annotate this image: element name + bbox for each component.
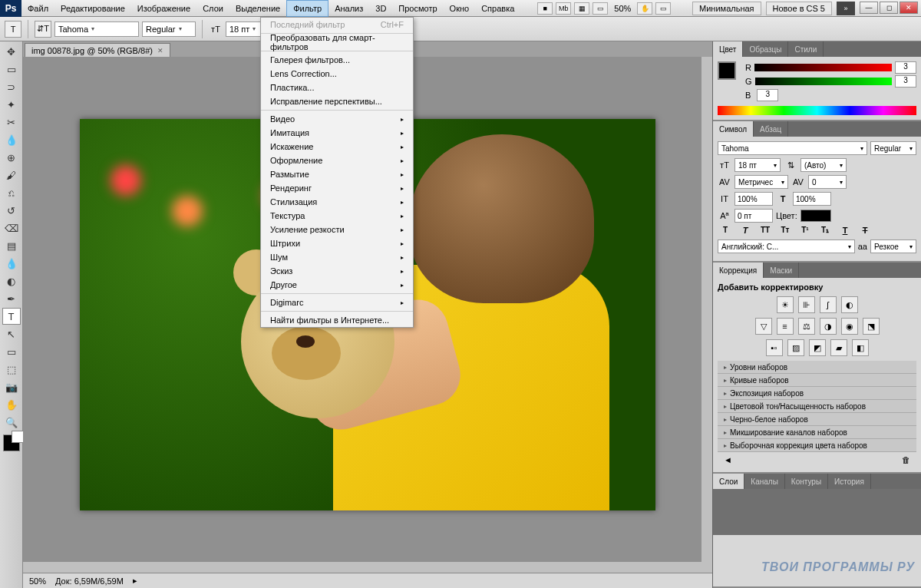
filter-other[interactable]: Другое <box>261 278 413 292</box>
char-vscale[interactable] <box>734 192 773 206</box>
preset-exposure[interactable]: Экспозиция наборов <box>718 387 916 400</box>
window-close[interactable]: ✕ <box>900 2 918 14</box>
char-color[interactable] <box>801 210 831 222</box>
hue-strip[interactable] <box>718 106 916 115</box>
adj-poster-icon[interactable]: ▨ <box>787 339 804 356</box>
tab-character[interactable]: Символ <box>713 121 754 137</box>
preset-levels[interactable]: Уровни наборов <box>718 361 916 374</box>
crop-tool[interactable]: ✂ <box>2 114 21 130</box>
tab-paths[interactable]: Контуры <box>785 474 828 489</box>
doc-tab[interactable]: img 00878.jpg @ 50% (RGB/8#) ✕ <box>25 43 170 57</box>
char-lang[interactable]: Английский: С... <box>718 239 855 253</box>
adj-curves-icon[interactable]: ∫ <box>820 296 837 313</box>
3d-tool[interactable]: ⬚ <box>2 361 21 378</box>
status-arrow-icon[interactable]: ▸ <box>133 576 137 586</box>
pen-tool[interactable]: ✒ <box>2 290 21 307</box>
menu-window[interactable]: Окно <box>444 0 476 17</box>
adj-invert-icon[interactable]: ▪▫ <box>766 339 783 356</box>
g-slider[interactable] <box>755 78 892 85</box>
tab-styles[interactable]: Стили <box>788 41 824 57</box>
filter-sharpen[interactable]: Усиление резкости <box>261 223 413 236</box>
menu-3d[interactable]: 3D <box>369 0 392 17</box>
menu-select[interactable]: Выделение <box>229 0 286 17</box>
eraser-tool[interactable]: ⌫ <box>2 220 21 236</box>
preset-curves[interactable]: Кривые наборов <box>718 374 916 387</box>
mb-mb-icon[interactable]: Mb <box>556 2 571 15</box>
adj-gradmap-icon[interactable]: ▰ <box>830 339 847 356</box>
filter-brush[interactable]: Штрихи <box>261 236 413 250</box>
menu-edit[interactable]: Редактирование <box>54 0 131 17</box>
filter-browse[interactable]: Найти фильтры в Интернете... <box>261 313 413 327</box>
workspace-cs5[interactable]: Новое в CS 5 <box>766 2 832 15</box>
adj-vibrance-icon[interactable]: ▽ <box>755 318 772 335</box>
menu-analysis[interactable]: Анализ <box>328 0 369 17</box>
char-aa[interactable]: Резкое <box>870 239 916 253</box>
filter-stylize[interactable]: Стилизация <box>261 195 413 209</box>
menu-filter[interactable]: Фильтр <box>286 0 328 17</box>
adj-back-icon[interactable]: ◄ <box>724 455 732 464</box>
faux-italic[interactable]: T <box>738 226 753 235</box>
allcaps[interactable]: TT <box>758 226 773 235</box>
menu-layers[interactable]: Слои <box>196 0 229 17</box>
underline[interactable]: T <box>837 226 853 235</box>
filter-lens[interactable]: Lens Correction... <box>261 67 413 81</box>
r-value[interactable]: 3 <box>895 61 916 74</box>
b-value[interactable]: 3 <box>757 89 778 101</box>
superscript[interactable]: T¹ <box>797 226 813 235</box>
stamp-tool[interactable]: ⎌ <box>2 184 21 201</box>
3d-camera-tool[interactable]: 📷 <box>2 378 21 395</box>
tab-swatches[interactable]: Образцы <box>743 41 788 57</box>
lasso-tool[interactable]: ⊃ <box>2 78 21 95</box>
adj-trash-icon[interactable]: 🗑 <box>902 455 910 464</box>
tab-channels[interactable]: Каналы <box>744 474 785 489</box>
workspace-minimal[interactable]: Минимальная <box>692 2 761 15</box>
tab-layers[interactable]: Слои <box>713 474 744 489</box>
tab-paragraph[interactable]: Абзац <box>754 121 788 137</box>
g-value[interactable]: 3 <box>895 75 916 88</box>
tab-masks[interactable]: Маски <box>764 263 799 278</box>
filter-gallery[interactable]: Галерея фильтров... <box>261 53 413 67</box>
menu-view[interactable]: Просмотр <box>392 0 443 17</box>
eyedropper-tool[interactable]: 💧 <box>2 131 21 148</box>
adj-brightness-icon[interactable]: ☀ <box>777 296 794 313</box>
menu-help[interactable]: Справка <box>475 0 520 17</box>
char-kerning[interactable]: Метричес <box>734 175 788 189</box>
history-brush-tool[interactable]: ↺ <box>2 202 21 219</box>
font-family-select[interactable]: Tahoma <box>54 21 139 37</box>
filter-distort[interactable]: Искажение <box>261 140 413 154</box>
filter-liquify[interactable]: Пластика... <box>261 81 413 94</box>
window-minimize[interactable]: — <box>860 2 878 14</box>
adj-balance-icon[interactable]: ⚖ <box>798 318 815 335</box>
adj-levels-icon[interactable]: ⊪ <box>798 296 815 313</box>
filter-digimarc[interactable]: Digimarc <box>261 296 413 309</box>
filter-artistic[interactable]: Имитация <box>261 126 413 140</box>
preset-selective[interactable]: Выборочная коррекция цвета наборов <box>718 439 916 452</box>
subscript[interactable]: T₁ <box>817 226 833 235</box>
tab-history[interactable]: История <box>828 474 871 489</box>
filter-video[interactable]: Видео <box>261 112 413 126</box>
preset-hue[interactable]: Цветовой тон/Насыщенность наборов <box>718 400 916 413</box>
panel-color-swatch[interactable] <box>718 61 736 80</box>
adj-exposure-icon[interactable]: ◐ <box>841 296 858 313</box>
filter-pixelate[interactable]: Оформление <box>261 154 413 167</box>
filter-smart[interactable]: Преобразовать для смарт-фильтров <box>261 35 413 49</box>
char-font[interactable]: Tahoma <box>718 141 867 155</box>
marquee-tool[interactable]: ▭ <box>2 61 21 78</box>
adj-mixer-icon[interactable]: ⬔ <box>863 318 880 335</box>
tool-preset-icon[interactable]: T <box>5 21 21 38</box>
menu-file[interactable]: Файл <box>21 0 54 17</box>
heal-tool[interactable]: ⊕ <box>2 149 21 166</box>
char-style[interactable]: Regular <box>870 141 916 155</box>
gradient-tool[interactable]: ▤ <box>2 237 21 254</box>
char-leading[interactable]: (Авто) <box>801 158 847 172</box>
smallcaps[interactable]: Tт <box>777 226 793 235</box>
tab-color[interactable]: Цвет <box>713 41 743 57</box>
zoom-display[interactable]: 50% <box>609 4 635 13</box>
mb-hand-icon[interactable]: ✋ <box>637 2 652 15</box>
dodge-tool[interactable]: ◐ <box>2 273 21 289</box>
mb-screen-icon[interactable]: ▭ <box>593 2 608 15</box>
type-tool[interactable]: T <box>2 308 21 325</box>
mb-arrange-icon[interactable]: ▭ <box>655 2 671 15</box>
char-baseline[interactable] <box>734 209 773 223</box>
filter-blur[interactable]: Размытие <box>261 167 413 181</box>
